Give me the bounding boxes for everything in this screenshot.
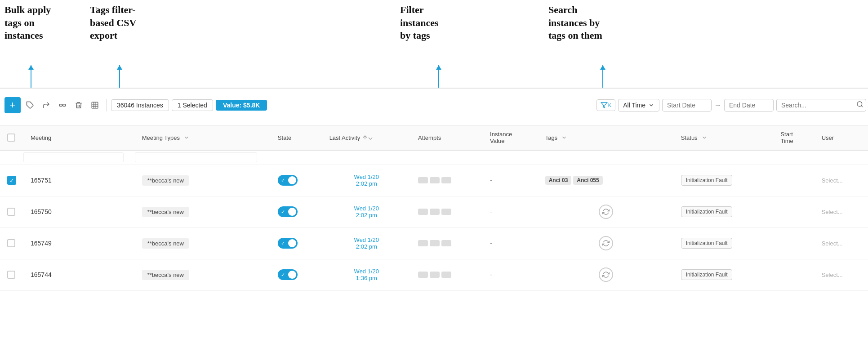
svg-rect-4	[92, 102, 98, 108]
start-time-cell	[773, 259, 814, 290]
table-row: 165749**becca's new✓Wed 1/202:02 pm - In…	[0, 227, 868, 259]
instance-value-cell: -	[483, 196, 538, 227]
attempt-dot-1	[418, 177, 428, 183]
arrow-bulk-apply	[31, 65, 31, 88]
delete-button[interactable]	[72, 99, 85, 111]
instance-value-text: -	[490, 271, 492, 278]
state-toggle[interactable]: ✓	[278, 238, 298, 249]
row-checkbox-unchecked[interactable]	[7, 239, 15, 247]
status-cell: Initialization Fault	[674, 259, 774, 290]
attempts-dots	[418, 209, 476, 215]
arrow-search-instances	[602, 65, 603, 88]
status-cell: Initialization Fault	[674, 165, 774, 196]
attempts-cell	[411, 165, 483, 196]
last-activity-cell: Wed 1/202:02 pm	[322, 165, 411, 196]
header-last-activity-col[interactable]: Last Activity	[322, 125, 411, 151]
attempt-dot-2	[430, 209, 440, 215]
start-date-input[interactable]	[662, 99, 712, 111]
filter-row	[0, 150, 868, 165]
row-checkbox-unchecked[interactable]	[7, 271, 15, 279]
filter-meeting-input[interactable]	[23, 152, 124, 162]
start-time-cell	[773, 196, 814, 227]
section-divider	[0, 88, 868, 89]
instances-count-badge[interactable]: 36046 Instances	[111, 99, 169, 111]
meeting-id-cell: 165751	[23, 165, 135, 196]
arrow-tags-filter	[119, 65, 120, 88]
time-filter-dropdown[interactable]: All Time	[618, 99, 659, 111]
table-button[interactable]	[88, 99, 102, 111]
header-tags-col[interactable]: Tags	[538, 125, 674, 151]
row-checkbox-checked[interactable]: ✓	[7, 176, 16, 185]
status-cell: Initialization Fault	[674, 196, 774, 227]
selected-count-badge[interactable]: 1 Selected	[172, 99, 213, 111]
header-status-col[interactable]: Status	[674, 125, 774, 151]
state-cell[interactable]: ✓	[271, 165, 322, 196]
time-filter-label: All Time	[623, 102, 645, 109]
tags-cell	[538, 227, 674, 259]
tag-refresh-icon[interactable]	[599, 205, 613, 219]
header-user-col: User	[815, 125, 868, 151]
start-time-cell	[773, 165, 814, 196]
attempt-dot-2	[430, 272, 440, 278]
last-activity-sort-icon-down[interactable]	[367, 134, 374, 141]
last-activity-cell: Wed 1/202:02 pm	[322, 196, 411, 227]
user-select-placeholder: Select...	[822, 209, 843, 215]
toolbar-separator-1	[106, 99, 107, 111]
meeting-type-badge: **becca's new	[142, 207, 189, 217]
row-checkbox-unchecked[interactable]	[7, 208, 15, 216]
header-meeting-types-col[interactable]: Meeting Types	[135, 125, 271, 151]
filter-meeting-type-input[interactable]	[135, 152, 257, 162]
instances-count-label: 36046 Instances	[117, 102, 163, 109]
link-button[interactable]	[56, 99, 69, 111]
meeting-type-badge: **becca's new	[142, 175, 189, 186]
tag-refresh-icon[interactable]	[599, 267, 613, 282]
instance-value-cell: -	[483, 227, 538, 259]
tags-dropdown-icon[interactable]	[561, 134, 567, 141]
tag-badge: Anci 055	[573, 176, 602, 185]
end-date-input[interactable]	[724, 99, 774, 111]
state-cell[interactable]: ✓	[271, 227, 322, 259]
status-badge: Initialization Fault	[681, 269, 733, 280]
user-cell[interactable]: Select...	[815, 165, 868, 196]
meeting-type-badge: **becca's new	[142, 270, 189, 280]
instance-value-cell: -	[483, 165, 538, 196]
redo-button[interactable]	[40, 99, 53, 111]
add-button[interactable]: +	[4, 97, 21, 113]
search-button[interactable]	[856, 101, 864, 110]
status-badge: Initialization Fault	[681, 206, 733, 217]
table-row: 165744**becca's new✓Wed 1/201:36 pm - In…	[0, 259, 868, 290]
search-input[interactable]	[776, 99, 866, 111]
instance-value-text: -	[490, 240, 492, 247]
attempts-dots	[418, 240, 476, 246]
meeting-types-dropdown-icon[interactable]	[183, 134, 190, 141]
state-toggle[interactable]: ✓	[278, 269, 298, 280]
state-toggle[interactable]: ✓	[278, 206, 298, 217]
header-instance-value-col: InstanceValue	[483, 125, 538, 151]
state-cell[interactable]: ✓	[271, 196, 322, 227]
tag-refresh-icon[interactable]	[599, 236, 613, 250]
state-cell[interactable]: ✓	[271, 259, 322, 290]
value-badge[interactable]: Value: $5.8K	[216, 100, 267, 111]
filter-tags-button[interactable]: K	[596, 99, 615, 111]
attempts-dots	[418, 272, 476, 278]
table-header-row: Meeting Meeting Types State Last	[0, 125, 868, 151]
tag-button[interactable]	[23, 99, 37, 111]
user-cell[interactable]: Select...	[815, 227, 868, 259]
instance-value-text: -	[490, 208, 492, 215]
meeting-type-cell: **becca's new	[135, 259, 271, 290]
tag-badge: Anci 03	[545, 176, 572, 185]
header-checkbox[interactable]	[7, 134, 15, 142]
state-toggle[interactable]: ✓	[278, 175, 298, 186]
attempt-dot-3	[441, 240, 451, 246]
attempt-dot-3	[441, 209, 451, 215]
attempt-dot-3	[441, 272, 451, 278]
toolbar: +	[4, 94, 864, 116]
attempt-dot-3	[441, 177, 451, 183]
user-cell[interactable]: Select...	[815, 259, 868, 290]
status-dropdown-icon[interactable]	[701, 134, 708, 141]
user-cell[interactable]: Select...	[815, 196, 868, 227]
svg-point-10	[857, 102, 862, 107]
meeting-type-cell: **becca's new	[135, 196, 271, 227]
attempts-cell	[411, 196, 483, 227]
header-checkbox-col	[0, 125, 23, 151]
